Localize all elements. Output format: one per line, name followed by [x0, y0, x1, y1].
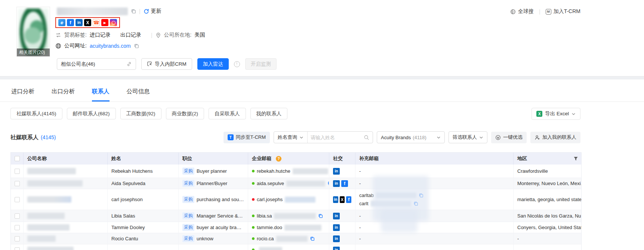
company-header-card: 相关图片(20) | 更新 e f in X ☎ ▶ 贸易标签: 进口记录	[0, 0, 644, 76]
x-twitter-icon[interactable]: X	[340, 196, 345, 203]
redacted-email	[276, 236, 308, 242]
social-links-box: e f in X ☎ ▶	[55, 17, 120, 28]
row-checkbox[interactable]	[15, 236, 20, 241]
redacted-extra-email	[376, 193, 416, 198]
name-query-group: 姓名查询	[274, 131, 373, 143]
add-to-my-contacts-button[interactable]: 加入我的联系人	[530, 132, 580, 143]
role-tag: 采购	[182, 168, 194, 175]
row-checkbox[interactable]	[15, 197, 20, 202]
tabs-bar: 进口分析 出口分析 联系人 公司信息	[0, 79, 644, 102]
trade-tag-import[interactable]: 进口记录	[90, 32, 111, 38]
contact-name	[108, 244, 179, 250]
copy-extra-email-icon[interactable]	[413, 201, 418, 206]
similar-companies-select[interactable]: 相似公司名(46)	[57, 58, 136, 70]
tab[interactable]: 出口分析	[52, 88, 75, 101]
extra-email-dash: -	[359, 168, 361, 174]
copy-company-name-icon[interactable]	[131, 9, 136, 14]
link-icon	[126, 61, 132, 67]
refresh-icon	[144, 9, 149, 14]
email-prefix: rocio.ca	[257, 236, 274, 241]
name-search-input[interactable]	[308, 132, 364, 143]
internet-explorer-icon[interactable]: e	[58, 19, 65, 26]
extra-email-dash: -	[359, 181, 361, 186]
contacts-section: 进口分析 出口分析 联系人 公司信息 社媒联系人(4145) 邮件联系人(682…	[0, 79, 644, 250]
tab[interactable]: 联系人	[92, 88, 110, 101]
table-row: Rocio Cantu 采购 unknow rocio.ca	[11, 233, 581, 244]
row-checkbox[interactable]	[15, 169, 20, 174]
linkedin-icon[interactable]: in	[76, 19, 83, 26]
email-prefix: rebekah.hutche	[257, 168, 290, 174]
filter-contacts-dropdown[interactable]: 筛选联系人	[449, 131, 487, 143]
phone-icon[interactable]: ☎	[93, 19, 100, 26]
search-icon[interactable]	[364, 132, 373, 143]
contact-filter-button[interactable]: 我的联系人	[250, 108, 288, 119]
name-query-dropdown[interactable]: 姓名查询	[274, 132, 308, 143]
join-tcrm-button[interactable]: M 加入T-CRM	[546, 8, 580, 15]
row-checkbox[interactable]	[15, 247, 20, 250]
contact-filter-button[interactable]: 工商数据(92)	[120, 108, 161, 119]
email-status-dot	[252, 182, 255, 185]
linkedin-icon[interactable]: in	[333, 180, 340, 187]
region-text: marietta, georgia, united states	[514, 189, 582, 210]
contact-name: carl josephson	[108, 189, 179, 210]
export-excel-button[interactable]: X 导出 Excel	[531, 108, 580, 120]
region-text: Crawfordsville	[514, 165, 582, 178]
contact-filter-button[interactable]: 邮件联系人(682)	[67, 108, 116, 119]
email-prefix: carl.josephs	[257, 197, 283, 202]
linkedin-icon[interactable]: in	[333, 235, 340, 242]
role-tag: 采购	[182, 180, 194, 187]
divider: |	[139, 8, 141, 14]
row-checkbox[interactable]	[15, 181, 20, 186]
contact-name: Aida Sepulveda	[108, 178, 179, 189]
facebook-icon[interactable]: f	[341, 180, 348, 187]
region-text	[514, 244, 582, 250]
contact-filter-button[interactable]: 自采联系人	[209, 108, 246, 119]
select-all-checkbox[interactable]	[15, 156, 20, 161]
redacted-company-name	[27, 213, 65, 219]
region-text: Monterrey, Nuevo León, Mexi...	[514, 178, 582, 189]
start-monitor-button[interactable]: 开启监测	[245, 58, 277, 70]
import-internal-crm-button[interactable]: 导入内部CRM	[141, 58, 192, 70]
linkedin-icon[interactable]: in	[333, 247, 340, 250]
sync-to-tcrm-button[interactable]: T 同步至T-CRM	[224, 132, 270, 143]
facebook-icon[interactable]: f	[67, 19, 74, 26]
trade-label: 贸易标签:	[64, 32, 87, 38]
info-icon[interactable]: !	[234, 61, 240, 67]
join-radar-button[interactable]: 加入雷达	[197, 58, 229, 70]
extra-email-dash: -	[359, 213, 361, 219]
x-twitter-icon[interactable]: X	[84, 19, 91, 26]
global-search-button[interactable]: 全球搜	[510, 8, 534, 15]
quick-select-button[interactable]: 一键优选	[491, 132, 527, 143]
redacted-email	[274, 213, 316, 219]
linkedin-icon[interactable]: in	[333, 224, 340, 231]
tcrm-sync-icon: T	[228, 134, 234, 140]
redacted-email	[293, 168, 328, 174]
copy-extra-email-icon[interactable]	[419, 193, 423, 198]
company-logo[interactable]: 相关图片(20)	[16, 7, 50, 57]
facebook-icon[interactable]: f	[346, 196, 351, 203]
help-icon[interactable]: ?	[276, 156, 281, 162]
tab[interactable]: 公司信息	[127, 88, 150, 101]
contact-filter-button[interactable]: 商业数据(2)	[166, 108, 204, 119]
website-link[interactable]: acuitybrands.com	[90, 43, 131, 49]
copy-email-icon[interactable]	[310, 236, 315, 241]
row-checkbox[interactable]	[15, 213, 20, 219]
linkedin-icon[interactable]: in	[333, 213, 340, 219]
copy-website-icon[interactable]	[134, 43, 139, 49]
tab[interactable]: 进口分析	[11, 88, 34, 101]
youtube-icon[interactable]: ▶	[101, 19, 108, 26]
row-checkbox[interactable]	[15, 225, 20, 230]
contact-filter-button[interactable]: 社媒联系人(4145)	[10, 108, 62, 119]
linkedin-icon[interactable]: in	[333, 168, 340, 175]
instagram-icon[interactable]	[110, 19, 117, 26]
related-images-label[interactable]: 相关图片(20)	[17, 49, 50, 56]
contact-name: Rocio Cantu	[108, 233, 179, 244]
trade-tag-export[interactable]: 出口记录	[120, 32, 141, 38]
filter-funnel-icon[interactable]	[573, 156, 578, 161]
role-tag: 采购	[182, 212, 194, 219]
table-toolbar: 社媒联系人 (4145) T 同步至T-CRM 姓名查询	[10, 131, 580, 143]
refresh-button[interactable]: 更新	[144, 8, 161, 15]
copy-email-icon[interactable]	[318, 213, 323, 218]
linkedin-icon[interactable]: in	[333, 196, 338, 203]
company-filter-select[interactable]: Acuity Brands (4118)	[377, 131, 445, 143]
